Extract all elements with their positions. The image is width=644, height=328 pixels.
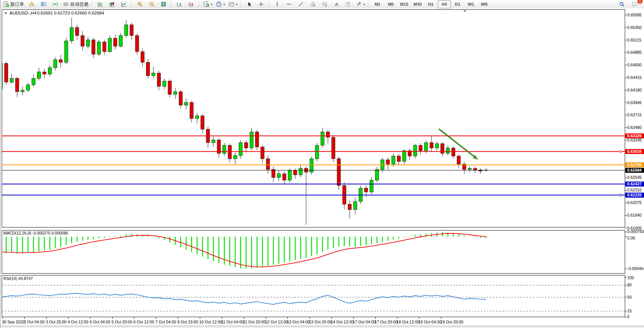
rsi-axis-label: 15 [627, 309, 632, 313]
search-icon [619, 1, 625, 7]
price-axis[interactable]: 0.655850.653500.651150.648850.646500.644… [625, 13, 644, 230]
price-tick-label: 0.64650 [627, 63, 642, 67]
date-tick-label: 10 Oct 12:00 [199, 320, 222, 324]
line-anchor[interactable] [620, 194, 622, 196]
signals-button[interactable] [50, 0, 61, 8]
indicators-button[interactable]: ▾ [202, 0, 214, 8]
price-tick-label: 0.62310 [627, 188, 642, 192]
autotrade-button[interactable]: 自动交易 [61, 0, 90, 8]
date-tick-label: 9 Oct 23:00 [177, 320, 198, 324]
chevron-down-icon: ▾ [236, 3, 238, 6]
price-badge-label: 0.63034 [627, 149, 642, 154]
timeframe-m1-button[interactable]: M1 [371, 0, 384, 8]
line-chart-icon [121, 1, 127, 7]
templates-button[interactable]: ▾ [227, 0, 239, 8]
text-button[interactable]: A [331, 0, 342, 8]
zoom-out-icon [149, 1, 155, 7]
date-tick-label: 17 Oct 04:00 [353, 320, 376, 324]
zoom-in-button[interactable] [134, 0, 146, 8]
date-tick-label: 3 Oct 04:00 [24, 320, 45, 324]
toolbar: 新订单自动交易▾▾▾EFAT▾M1M5M15M30H1H4D1W1MN1 [0, 0, 644, 9]
periods-button[interactable]: ▾ [214, 0, 226, 8]
svg-text:E: E [313, 4, 315, 7]
date-tick-label: 7 Oct 04:00 [156, 320, 176, 324]
date-tick-label: 18 Oct 12:00 [397, 320, 419, 324]
market-watch-button[interactable] [38, 0, 49, 8]
metaeditor-button[interactable] [26, 0, 37, 8]
autoscroll-button[interactable] [174, 0, 185, 8]
toolbar-separator [92, 1, 93, 7]
macd-panel [2, 230, 625, 273]
timeframe-mn-button[interactable]: MN [478, 0, 491, 8]
price-tick-label: 0.65350 [627, 25, 642, 30]
vertical-line-icon [274, 1, 280, 7]
search-button[interactable] [616, 0, 628, 8]
zoom-out-button[interactable] [146, 0, 157, 8]
timeframe-m30-button[interactable]: M30 [411, 0, 424, 8]
price-badge-label: 0.62427 [627, 182, 642, 186]
line-anchor[interactable] [620, 164, 622, 166]
price-tick-label: 0.65585 [627, 13, 642, 17]
macd-axis-label: 0.00 [627, 236, 635, 240]
rsi-axis-label: 50 [627, 295, 632, 299]
symbol-title: AUDUSD-,H4 [10, 11, 37, 15]
toolbar-separator [268, 1, 270, 7]
periods-icon [216, 1, 222, 7]
new-order-button-label: 新订单 [10, 1, 24, 8]
timeframe-h4-button[interactable]: H4 [438, 0, 451, 8]
chart-shift-button[interactable] [186, 0, 197, 8]
crosshair-button[interactable] [255, 0, 267, 8]
timeframe-m15-button[interactable]: M15 [398, 0, 411, 8]
date-tick-label: 11 Oct 04:00 [221, 320, 244, 324]
price-tick-label: 0.64180 [627, 88, 642, 92]
notifications-button[interactable]: 1 [629, 0, 641, 8]
candlestick-button[interactable] [106, 0, 118, 8]
channel-button[interactable]: E [307, 0, 318, 8]
arrows-button[interactable]: ▾ [354, 0, 366, 8]
price-tick-label: 0.64415 [627, 75, 642, 80]
date-tick-label: 13 Oct 20:00 [309, 320, 332, 324]
toolbar-separator [171, 1, 172, 7]
timeframe-h1-button[interactable]: H1 [424, 0, 437, 8]
vertical-line-button[interactable] [271, 0, 283, 8]
date-axis[interactable]: 30 Sep 20223 Oct 04:003 Oct 20:004 Oct 1… [2, 317, 463, 324]
price-tick-label: 0.63245 [627, 138, 642, 142]
price-panel [2, 10, 625, 227]
svg-text:F: F [325, 5, 327, 8]
tile-windows-icon [161, 1, 167, 7]
trendline-button[interactable] [295, 0, 307, 8]
price-badge-label: 0.62684 [627, 168, 642, 172]
bar-chart-button[interactable] [95, 0, 106, 8]
metaeditor-icon [29, 1, 35, 7]
date-tick-label: 12 Oct 12:00 [265, 320, 288, 324]
price-tick-label: 0.62545 [627, 175, 642, 180]
horizontal-line-button[interactable] [283, 0, 295, 8]
price-tick-label: 0.63480 [627, 125, 642, 130]
timeframe-m5-button[interactable]: M5 [384, 0, 397, 8]
macd-axis-label: 0.000793 [627, 229, 644, 234]
price-tick-label: 0.62075 [627, 200, 642, 205]
symbol-dropdown-icon[interactable]: ▼ [4, 11, 7, 15]
price-tick-label: 0.63715 [627, 113, 642, 117]
label-button[interactable]: T [342, 0, 354, 8]
tile-windows-button[interactable] [158, 0, 169, 8]
cursor-button[interactable] [244, 0, 255, 8]
market-watch-icon [40, 1, 47, 7]
timeframe-d1-button[interactable]: D1 [451, 0, 464, 8]
line-chart-button[interactable] [118, 0, 130, 8]
date-tick-label: 3 Oct 20:00 [46, 320, 66, 324]
price-badge-label: 0.63326 [627, 133, 642, 138]
chart-window: 0.655850.653500.651150.648850.646500.644… [0, 8, 644, 328]
timeframe-w1-button[interactable]: W1 [464, 0, 477, 8]
line-anchor[interactable] [620, 151, 622, 153]
chart-shift-icon [188, 1, 194, 7]
chart-canvas[interactable]: 0.655850.653500.651150.648850.646500.644… [0, 8, 644, 328]
svg-text:T: T [347, 2, 350, 6]
date-tick-label: 13 Oct 04:00 [287, 320, 310, 324]
chat-icon [632, 1, 638, 7]
price-tick-label: 0.65115 [627, 38, 641, 42]
new-order-button[interactable]: 新订单 [2, 0, 26, 8]
horizontal-line-icon [286, 1, 292, 7]
terminal-window: 新订单自动交易▾▾▾EFAT▾M1M5M15M30H1H4D1W1MN1 0.6… [0, 0, 644, 328]
fibonacci-button[interactable]: F [319, 0, 330, 8]
